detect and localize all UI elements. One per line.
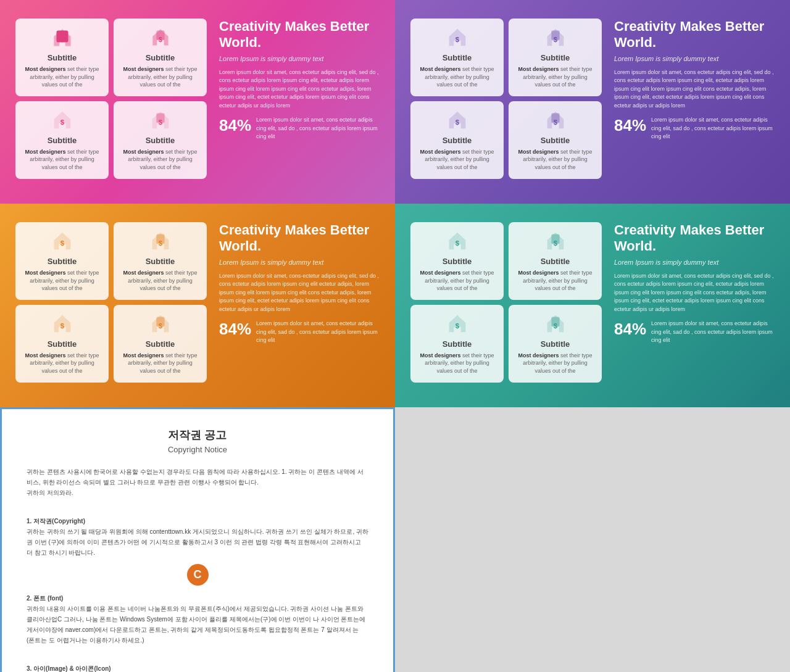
copyright-title: 저작권 공고 [27,428,368,442]
house-icon-o2: $ [149,230,172,253]
card-4-text: Most designers set their type arbitraril… [120,148,201,172]
house-icon-o3: $ [51,312,74,336]
section1-text: 귀하는 귀하의 쓰기 될 때당과 위원회에 의해 contenttown.kk … [27,526,368,558]
copyright-logo-container: C [27,564,368,586]
card-p2-title: Subtitle [541,53,570,62]
slide-purple-body: Lorem ipsum dolor sit amet, cons ectetur… [614,68,775,110]
svg-text:$: $ [158,321,162,329]
card-o3-title: Subtitle [48,339,77,349]
stat-row-pink: 84% Lorem ipsum dolor sit amet, cons ect… [219,116,380,141]
slide-purple-subheading: Lorem Ipsum is simply dummy text [614,55,775,62]
stat-number-teal: 84% [614,320,646,339]
svg-text:$: $ [60,36,64,43]
card-2-text: Most designers set their type arbitraril… [120,65,201,89]
copyright-intro: 귀하는 콘텐츠 사용시에 한국어로 사용할 수없는지 경우라도 다음 원칙에 따… [27,467,368,498]
text-section-teal: Creativity Makes Better World. Lorem Ips… [608,222,775,345]
svg-text:$: $ [60,239,64,247]
card-p2: $ Subtitle Most designers set their type… [509,19,602,96]
svg-text:$: $ [553,321,557,329]
card-t3-text: Most designers set their type arbitraril… [417,352,497,375]
card-t3: $ Subtitle Most designers set their type… [410,305,504,383]
cards-grid-purple: $ Subtitle Most designers set their type… [410,19,602,179]
card-t1-text: Most designers set their type arbitraril… [417,269,497,292]
svg-text:$: $ [455,321,459,329]
copyright-subtitle: Copyright Notice [27,445,368,454]
card-p3: $ Subtitle Most designers set their type… [410,101,504,179]
svg-text:$: $ [158,118,162,125]
cards-grid-teal: $ Subtitle Most designers set their type… [410,222,602,383]
svg-text:$: $ [455,36,459,43]
house-dollar-icon-3: $ [51,109,74,132]
slide-teal-body: Lorem ipsum dolor sit amet, cons ectetur… [614,272,775,314]
cards-grid-orange: $ Subtitle Most designers set their type… [15,222,207,383]
card-p1-text: Most designers set their type arbitraril… [417,65,497,89]
card-o2: $ Subtitle Most designers set their type… [114,222,207,300]
svg-text:$: $ [455,239,459,247]
card-p4-title: Subtitle [541,136,570,145]
slide-orange-heading: Creativity Makes Better World. [219,222,380,255]
section3-title: 3. 아이(Image) & 아이콘(Icon) [27,663,368,672]
card-1: $ Subtitle Most designers set their type… [15,19,109,96]
house-dollar-icon-4: $ [149,109,172,132]
slide-purple: $ Subtitle Most designers set their type… [395,0,790,204]
main-grid: $ Subtitle Most designers set their type… [0,0,790,672]
slide-orange-subheading: Lorem Ipsum is simply dummy text [219,259,380,266]
section1-title: 1. 저작권(Copyright) [27,516,368,526]
stat-number-purple: 84% [614,116,646,135]
card-3: $ Subtitle Most designers set their type… [15,101,109,179]
card-p3-text: Most designers set their type arbitraril… [417,148,497,172]
card-o1: $ Subtitle Most designers set their type… [15,222,109,300]
copyright-body: 귀하는 콘텐츠 사용시에 한국어로 사용할 수없는지 경우라도 다음 원칙에 따… [27,467,368,558]
card-t4-text: Most designers set their type arbitraril… [515,352,596,375]
stat-row-teal: 84% Lorem ipsum dolor sit amet, cons ect… [614,320,775,345]
card-t1: $ Subtitle Most designers set their type… [410,222,504,300]
text-section-orange: Creativity Makes Better World. Lorem Ips… [213,222,380,345]
card-4: $ Subtitle Most designers set their type… [114,101,207,179]
stat-text-teal: Lorem ipsum dolor sit amet, cons ectetur… [651,320,775,345]
card-o3: $ Subtitle Most designers set their type… [15,305,109,383]
house-dollar-icon-2: $ [149,26,172,49]
stat-row-purple: 84% Lorem ipsum dolor sit amet, cons ect… [614,116,775,141]
house-icon-o1: $ [51,230,74,253]
slide-teal-heading: Creativity Makes Better World. [614,222,775,255]
card-o2-title: Subtitle [146,257,175,266]
card-3-text: Most designers set their type arbitraril… [22,148,102,172]
slide-teal-subheading: Lorem Ipsum is simply dummy text [614,259,775,266]
svg-text:$: $ [158,239,162,247]
card-p1: $ Subtitle Most designers set their type… [410,19,504,96]
card-t1-title: Subtitle [443,257,472,266]
svg-text:$: $ [553,118,557,125]
card-p3-title: Subtitle [443,136,472,145]
card-p4-text: Most designers set their type arbitraril… [515,148,596,172]
slide-teal: $ Subtitle Most designers set their type… [395,204,790,407]
stat-text-pink: Lorem ipsum dolor sit amet, cons ectetur… [256,116,380,141]
svg-text:$: $ [60,118,64,125]
gray-placeholder [395,407,790,672]
stat-text-purple: Lorem ipsum dolor sit amet, cons ectetur… [651,116,775,141]
stat-row-orange: 84% Lorem ipsum dolor sit amet, cons ect… [219,320,380,345]
card-p2-text: Most designers set their type arbitraril… [515,65,596,89]
card-2: $ Subtitle Most designers set their type… [114,19,207,96]
stat-text-orange: Lorem ipsum dolor sit amet, cons ectetur… [256,320,380,345]
house-icon-t2: $ [544,230,567,253]
svg-text:$: $ [553,36,557,43]
slide-orange-body: Lorem ipsum dolor sit amet, cons-ectetur… [219,272,380,314]
text-section-purple: Creativity Makes Better World. Lorem Ips… [608,19,775,141]
card-o4: $ Subtitle Most designers set their type… [114,305,207,383]
card-o2-text: Most designers set their type arbitraril… [120,269,201,292]
cards-grid-pink: $ Subtitle Most designers set their type… [15,19,207,179]
section2-text: 귀하의 내용의 사이트를 이용 폰트는 네이버 나눔폰트와 의 무료폰트(주식)… [27,604,368,645]
house-icon-p4: $ [544,109,567,132]
slide-purple-heading: Creativity Makes Better World. [614,19,775,51]
card-o3-text: Most designers set their type arbitraril… [22,352,102,375]
house-icon-t1: $ [446,230,469,253]
copyright-body-2: 2. 폰트 (font) 귀하의 내용의 사이트를 이용 폰트는 네이버 나눔폰… [27,593,368,672]
house-icon-p1: $ [446,26,469,49]
stat-number-pink: 84% [219,116,251,135]
card-t2: $ Subtitle Most designers set their type… [509,222,602,300]
slide-pink-subheading: Lorem Ipsum is simply dummy text [219,55,380,62]
svg-text:$: $ [60,321,64,329]
house-icon-t3: $ [446,312,469,336]
section2-title: 2. 폰트 (font) [27,593,368,604]
svg-text:$: $ [553,239,557,247]
